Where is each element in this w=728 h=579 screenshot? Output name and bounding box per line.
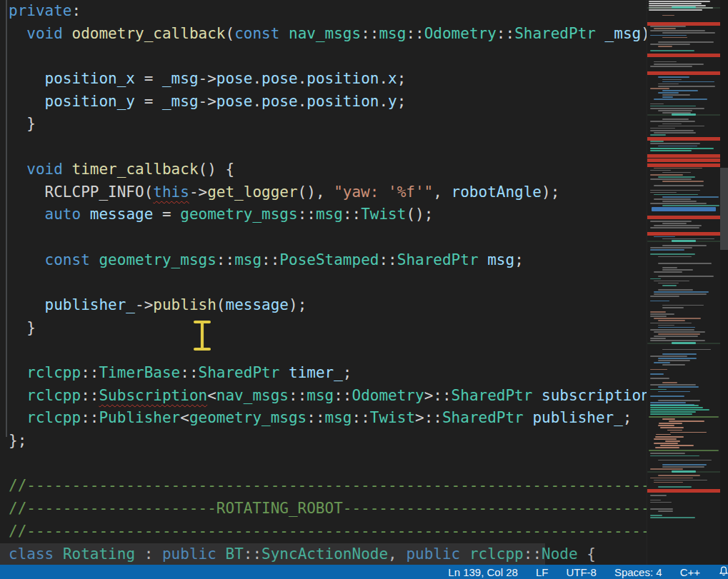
code-line[interactable]: } xyxy=(0,317,647,340)
code-token: : xyxy=(135,545,162,563)
code-token xyxy=(9,70,45,87)
minimap-row xyxy=(650,143,700,144)
code-line[interactable]: class Rotating : public BT::SyncActionNo… xyxy=(0,543,647,565)
minimap-row xyxy=(650,405,699,406)
minimap-row xyxy=(650,227,699,228)
code-line[interactable] xyxy=(0,271,647,294)
minimap[interactable] xyxy=(647,0,720,565)
minimap-divider-line xyxy=(649,450,719,451)
status-indentation[interactable]: Spaces: 4 xyxy=(614,566,662,578)
code-token: >:: xyxy=(415,409,442,426)
code-line[interactable] xyxy=(0,136,647,158)
minimap-row xyxy=(654,225,702,226)
minimap-row xyxy=(655,436,684,438)
minimap-row xyxy=(650,88,669,89)
code-token: msg xyxy=(306,387,334,404)
minimap-row xyxy=(658,41,714,43)
code-token: geometry_msgs xyxy=(180,206,297,223)
code-line[interactable]: RCLCPP_INFO(this->get_logger(), "yaw: '%… xyxy=(0,181,647,204)
minimap-row xyxy=(650,203,707,204)
code-line[interactable]: position_y = _msg->pose.pose.position.y; xyxy=(0,91,647,114)
code-token xyxy=(81,206,90,223)
code-token: SharedPtr xyxy=(442,409,524,426)
code-token: :: xyxy=(216,251,234,268)
scrollbar-track[interactable] xyxy=(720,0,728,565)
code-token: timer_callback xyxy=(72,161,199,178)
minimap-row xyxy=(650,455,699,457)
code-line[interactable]: private: xyxy=(0,0,647,23)
code-token: msg xyxy=(487,251,514,268)
minimap-row xyxy=(650,148,714,149)
minimap-row xyxy=(650,389,667,391)
code-token xyxy=(9,25,26,42)
minimap-row xyxy=(650,278,661,280)
code-line[interactable]: //---------------------ROTATING_ROBOT---… xyxy=(0,498,647,520)
code-line[interactable]: position_x = _msg->pose.pose.position.x; xyxy=(0,68,647,91)
code-token: _msg xyxy=(162,93,199,110)
minimap-row xyxy=(650,301,669,302)
code-token: geometry_msgs xyxy=(189,409,306,426)
code-token: geometry_msgs xyxy=(99,251,216,268)
code-line[interactable]: void odometry_callback(const nav_msgs::m… xyxy=(0,23,647,46)
status-eol[interactable]: LF xyxy=(536,566,549,578)
minimap-row xyxy=(662,32,715,34)
status-encoding[interactable]: UTF-8 xyxy=(566,566,597,578)
minimap-row xyxy=(665,440,680,442)
code-token: ; xyxy=(397,93,407,110)
minimap-row xyxy=(650,508,673,510)
code-line[interactable]: rclcpp::Publisher<geometry_msgs::msg::Tw… xyxy=(0,407,647,430)
bell-icon[interactable] xyxy=(718,565,728,579)
scrollbar-thumb[interactable] xyxy=(720,168,728,250)
code-token: void xyxy=(26,161,63,178)
code-line[interactable] xyxy=(0,45,647,68)
minimap-row xyxy=(658,176,695,178)
minimap-error-bar xyxy=(647,137,720,141)
minimap-divider-line xyxy=(649,416,719,418)
code-line[interactable]: //--------------------------------------… xyxy=(0,475,647,498)
minimap-section-label xyxy=(672,114,696,116)
code-line[interactable]: //--------------------------------------… xyxy=(0,520,647,543)
minimap-row xyxy=(649,1,710,2)
minimap-row xyxy=(662,269,693,271)
code-line[interactable]: }; xyxy=(0,430,647,453)
code-token: ; xyxy=(343,364,352,381)
code-line[interactable] xyxy=(0,339,647,362)
code-token: msg xyxy=(234,251,261,268)
minimap-row xyxy=(658,84,679,85)
minimap-row xyxy=(658,146,697,147)
editor-pane[interactable]: private: void odometry_callback(const na… xyxy=(0,0,647,565)
code-line[interactable]: } xyxy=(0,113,647,136)
code-line[interactable] xyxy=(0,453,647,475)
code-line[interactable]: auto message = geometry_msgs::msg::Twist… xyxy=(0,203,647,226)
code-token: Odometry xyxy=(424,25,497,42)
code-token: } xyxy=(9,115,36,132)
code-token: //--------------------------------------… xyxy=(9,477,647,494)
code-token: ( xyxy=(216,296,226,313)
code-token: }; xyxy=(9,432,26,449)
code-token: SyncActionNode xyxy=(261,545,388,563)
status-cursor-position[interactable]: Ln 139, Col 28 xyxy=(448,566,518,578)
code-token: Twist xyxy=(370,409,415,426)
minimap-row xyxy=(658,358,697,359)
minimap-row xyxy=(662,79,682,81)
minimap-row xyxy=(662,181,704,182)
code-line[interactable]: rclcpp::TimerBase::SharedPtr timer_; xyxy=(0,362,647,385)
code-line[interactable]: publisher_->publish(message); xyxy=(0,294,647,317)
code-token: TimerBase xyxy=(99,364,180,381)
code-line[interactable]: rclcpp::Subscription<nav_msgs::msg::Odom… xyxy=(0,385,647,408)
code-token: BT xyxy=(225,545,243,563)
code-token: pose xyxy=(261,93,298,110)
code-token: public xyxy=(162,545,216,563)
minimap-row xyxy=(650,174,683,176)
code-token: = xyxy=(135,93,162,110)
minimap-row xyxy=(667,430,682,431)
code-line[interactable]: void timer_callback() { xyxy=(0,158,647,181)
minimap-row xyxy=(662,466,704,468)
code-token: . xyxy=(298,93,307,110)
status-language[interactable]: C++ xyxy=(680,566,700,578)
code-line[interactable]: const geometry_msgs::msg::PoseStamped::S… xyxy=(0,249,647,272)
code-token: SharedPtr xyxy=(397,251,479,268)
code-line[interactable] xyxy=(0,226,647,249)
code-token: :: xyxy=(379,251,397,268)
code-token: pose xyxy=(216,70,253,87)
